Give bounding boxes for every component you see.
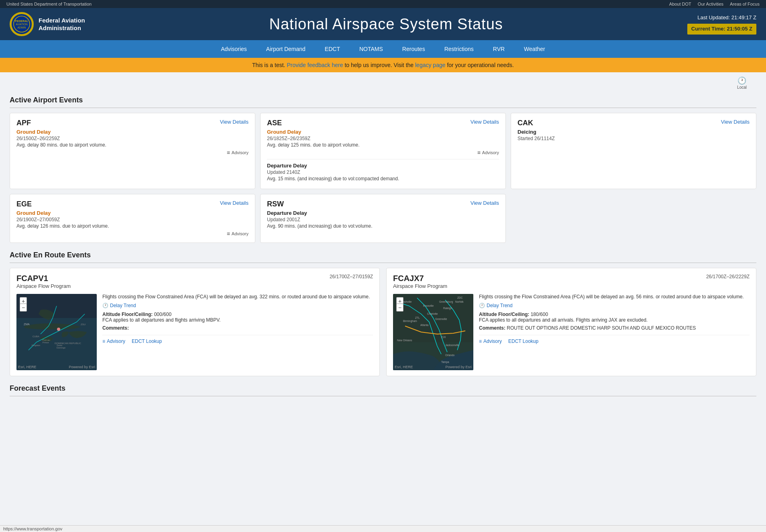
- nav-airport-demand[interactable]: Airport Demand: [263, 44, 309, 54]
- ase-event-type-1: Ground Delay: [267, 129, 499, 135]
- fcapv1-altitude-desc: FCA applies to all departures and flight…: [102, 317, 220, 323]
- airport-card-apf: APF View Details Ground Delay 26/1500Z–2…: [10, 113, 255, 189]
- ase-desc-1: Avg. delay 125 mins. due to airport volu…: [267, 142, 499, 148]
- fcajx7-subtitle: Airspace Flow Program: [393, 283, 447, 289]
- svg-text:Birmingham: Birmingham: [403, 320, 417, 323]
- faa-logo: FEDERAL AVIATION ADMIN: [10, 12, 34, 36]
- ege-event-type: Ground Delay: [16, 210, 249, 216]
- enroute-events-grid: FCAPV1 Airspace Flow Program 26/1700Z–27…: [10, 268, 756, 376]
- advisory-icon-2: ≡: [477, 149, 481, 156]
- svg-text:ZDC: ZDC: [457, 296, 463, 299]
- main-nav: Advisories Airport Demand EDCT NOTAMS Re…: [0, 40, 766, 58]
- cak-time-row: Started 26/1114Z: [517, 136, 750, 141]
- svg-text:New Orleans: New Orleans: [397, 339, 412, 342]
- legacy-page-link[interactable]: legacy page: [415, 62, 446, 68]
- ase-view-details[interactable]: View Details: [471, 119, 499, 125]
- ase-time-row-1: 26/1825Z–26/2359Z: [267, 136, 499, 141]
- ege-time: 26/1900Z–27/0059Z: [16, 217, 60, 222]
- advisory-icon-4: ≡: [102, 338, 105, 344]
- nav-reroutes[interactable]: Reroutes: [399, 44, 428, 54]
- ege-desc: Avg. delay 126 mins. due to airport volu…: [16, 223, 249, 229]
- ase-time-2: Updated 2140Z: [267, 169, 300, 175]
- brand-name: Federal Aviation Administration: [39, 16, 85, 32]
- feedback-link[interactable]: Provide feedback here: [287, 62, 343, 68]
- rsw-header: RSW View Details: [267, 200, 499, 208]
- fcapv1-altitude: Altitude Floor/Ceiling: 000/600 FCA appl…: [102, 312, 373, 323]
- fcajx7-altitude-value: 180/600: [531, 312, 548, 317]
- svg-text:ZSU: ZSU: [81, 323, 86, 326]
- fcapv1-advisory-link[interactable]: ≡ Advisory: [102, 338, 125, 344]
- airport-card-ege: EGE View Details Ground Delay 26/1900Z–2…: [10, 194, 255, 243]
- map-label-esri-right: Powered by Esri: [69, 365, 95, 369]
- nav-restrictions[interactable]: Restrictions: [441, 44, 477, 54]
- local-time-widget: 🕐 Local: [10, 74, 756, 90]
- cak-code: CAK: [517, 119, 533, 127]
- banner-text-middle: to help us improve. Visit the: [344, 62, 414, 68]
- about-dot-link[interactable]: About DOT: [669, 2, 691, 6]
- nav-edct[interactable]: EDCT: [322, 44, 343, 54]
- apf-time: 26/1500Z–26/2259Z: [16, 136, 60, 141]
- ege-advisory: ≡ Advisory: [16, 230, 249, 237]
- fcapv1-map: ZMA CUBA DOMINICAN REPUBLIC Port-au- Pri…: [16, 294, 97, 370]
- fcapv1-altitude-value: 000/600: [154, 312, 171, 317]
- enroute-card-fcajx7: FCAJX7 Airspace Flow Program 26/1700Z–26…: [386, 268, 756, 376]
- svg-text:Domingo: Domingo: [57, 347, 65, 349]
- fcapv1-desc: Flights crossing the Flow Constrained Ar…: [102, 294, 373, 300]
- fcajx7-desc: Flights crossing the Flow Constrained Ar…: [479, 294, 750, 300]
- svg-text:CUBA: CUBA: [33, 335, 39, 338]
- fcapv1-comments: Comments:: [102, 325, 373, 331]
- fcajx7-comments-value: ROUTE OUT OPTIONS ARE DOMESTIC HARP SOUT…: [507, 325, 696, 331]
- svg-text:Jacksonville: Jacksonville: [445, 344, 459, 347]
- apf-view-details[interactable]: View Details: [220, 119, 249, 125]
- ase-card-divider: [267, 159, 499, 159]
- top-bar-links: About DOT Our Activities Areas of Focus: [669, 2, 760, 6]
- map-zoom-out[interactable]: −: [20, 304, 27, 312]
- map-zoom-out-2[interactable]: −: [396, 304, 403, 312]
- fcapv1-header-row: FCAPV1 Airspace Flow Program 26/1700Z–27…: [16, 274, 373, 291]
- fcajx7-edct-link[interactable]: EDCT Lookup: [508, 338, 538, 344]
- ege-code: EGE: [16, 200, 32, 208]
- local-label: Local: [737, 85, 747, 90]
- rsw-time-row: Updated 2001Z: [267, 217, 499, 222]
- our-activities-link[interactable]: Our Activities: [698, 2, 723, 6]
- ase-desc-2: Avg. 15 mins. (and increasing) due to vo…: [267, 176, 499, 181]
- fcajx7-delay-trend[interactable]: 🕐 Delay Trend: [479, 303, 750, 308]
- svg-text:Knoxville: Knoxville: [423, 304, 434, 307]
- fcapv1-details: Flights crossing the Flow Constrained Ar…: [102, 294, 373, 370]
- areas-of-focus-link[interactable]: Areas of Focus: [730, 2, 760, 6]
- fcapv1-delay-trend[interactable]: 🕐 Delay Trend: [102, 303, 373, 308]
- nav-weather[interactable]: Weather: [521, 44, 548, 54]
- clock-icon: 🕐: [737, 76, 746, 85]
- fcajx7-altitude-label: Altitude Floor/Ceiling:: [479, 312, 529, 317]
- cak-event-type: Deicing: [517, 129, 750, 135]
- nav-notams[interactable]: NOTAMS: [356, 44, 386, 54]
- fcajx7-details: Flights crossing the Flow Constrained Ar…: [479, 294, 750, 370]
- rsw-time: Updated 2001Z: [267, 217, 300, 222]
- cak-view-details[interactable]: View Details: [721, 119, 750, 125]
- rsw-code: RSW: [267, 200, 284, 208]
- fcajx7-advisory-link[interactable]: ≡ Advisory: [479, 338, 502, 344]
- svg-text:ZTL: ZTL: [415, 316, 420, 319]
- nav-advisories[interactable]: Advisories: [218, 44, 250, 54]
- fcapv1-code: FCAPV1: [16, 274, 71, 283]
- last-updated: Last Updated: 21:49:17 Z: [687, 14, 756, 22]
- ege-view-details[interactable]: View Details: [220, 200, 249, 206]
- apf-advisory: ≡ Advisory: [16, 149, 249, 156]
- svg-text:Atlanta: Atlanta: [420, 324, 429, 326]
- airport-card-cak: CAK View Details Deicing Started 26/1114…: [511, 113, 756, 189]
- rsw-event-type: Departure Delay: [267, 210, 499, 216]
- ase-time-row-2: Updated 2140Z: [267, 169, 499, 175]
- ase-time-1: 26/1825Z–26/2359Z: [267, 136, 310, 141]
- enroute-section-divider: [10, 263, 756, 263]
- airport-card-ase: ASE View Details Ground Delay 26/1825Z–2…: [260, 113, 506, 189]
- current-time: Current Time: 21:50:05 Z: [687, 24, 756, 35]
- nav-rvr[interactable]: RVR: [490, 44, 508, 54]
- map-label-esri-left: Esri, HERE: [18, 365, 37, 369]
- advisory-icon: ≡: [227, 149, 230, 156]
- current-time-label: Current Time:: [691, 26, 725, 32]
- rsw-view-details[interactable]: View Details: [471, 200, 499, 206]
- fcapv1-edct-link[interactable]: EDCT Lookup: [132, 338, 162, 344]
- clock-icon-2: 🕐: [102, 303, 108, 308]
- fcajx7-altitude-desc: FCA applies to all departures and all ar…: [479, 317, 648, 323]
- enroute-card-fcapv1: FCAPV1 Airspace Flow Program 26/1700Z–27…: [10, 268, 380, 376]
